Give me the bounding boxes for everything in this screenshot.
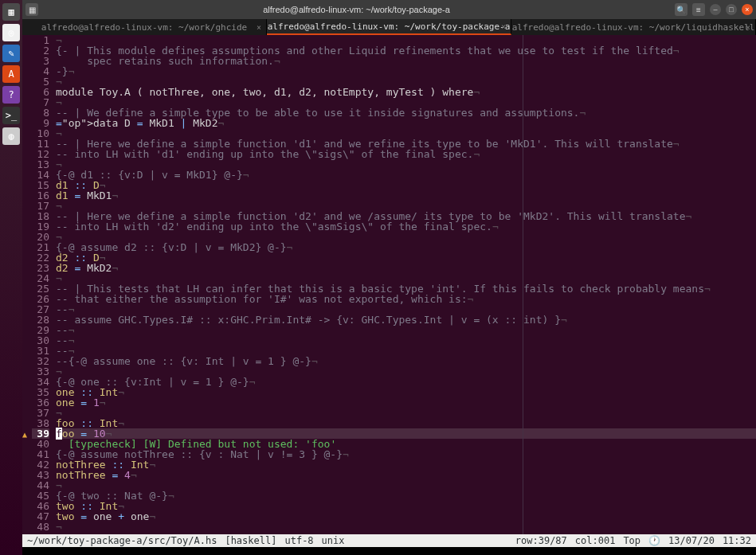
search-icon[interactable]: 🔍: [675, 3, 687, 16]
status-col: col:001: [575, 535, 616, 546]
window-titlebar: ▦ alfredo@alfredo-linux-vm: ~/work/toy-p…: [22, 0, 756, 19]
tab-close-icon[interactable]: ×: [746, 23, 750, 32]
tab-label: alfredo@alfredo-linux-vm: ~/work/toy-pac…: [268, 21, 511, 32]
terminal-app: ▦ alfredo@alfredo-linux-vm: ~/work/toy-p…: [22, 0, 756, 555]
tab-ghcide[interactable]: alfredo@alfredo-linux-vm: ~/work/ghcide …: [22, 19, 267, 35]
status-filetype: [haskell]: [225, 535, 276, 546]
sign-warning: ▲: [22, 428, 32, 439]
code-line[interactable]: d1 = MkD1¬: [56, 190, 756, 201]
footer-strip: [22, 547, 756, 555]
tab-close-icon[interactable]: ×: [257, 23, 261, 32]
code-line[interactable]: d1 :: D¬: [56, 180, 756, 190]
desktop-launcher: ▦ ◎ ✎ A ? >_ ◍: [0, 0, 22, 555]
code-line[interactable]: spec retains such information.¬: [56, 56, 756, 66]
app-menu-icon[interactable]: ▦: [25, 3, 38, 16]
files-icon[interactable]: ▦: [2, 3, 20, 21]
code-line[interactable]: module Toy.A ( notThree, one, two, d1, d…: [56, 87, 756, 97]
editor[interactable]: ▲ 12345678910111213141516171819202122232…: [22, 35, 756, 534]
status-scroll: Top: [623, 535, 640, 546]
code-line[interactable]: {-@ d1 :: {v:D | v = MkD1} @-}¬: [56, 170, 756, 180]
code-line[interactable]: -- assume GHC.Types.I# :: x:GHC.Prim.Int…: [56, 315, 756, 325]
code-line[interactable]: notThree = 4¬: [56, 470, 756, 480]
help-icon[interactable]: ?: [2, 86, 20, 104]
code-line[interactable]: {-@ two :: Nat @-}¬: [56, 491, 756, 501]
code-line[interactable]: two = one + one¬: [56, 511, 756, 522]
clock-icon: 🕐: [648, 535, 660, 546]
code-line[interactable]: -- into LH with 'd2' ending up into the …: [56, 221, 756, 232]
music-icon[interactable]: ◎: [2, 24, 20, 41]
maximize-button[interactable]: □: [726, 4, 737, 15]
code-line[interactable]: two :: Int¬: [56, 501, 756, 511]
code-line[interactable]: -- that either the assumption for 'I#' w…: [56, 294, 756, 304]
code-line[interactable]: ="op">data D = MkD1 | MkD2¬: [56, 118, 756, 128]
code-line[interactable]: foo :: Int¬: [56, 418, 756, 428]
statusline: ~/work/toy-package-a/src/Toy/A.hs [haske…: [22, 534, 756, 547]
tab-toy-package-a[interactable]: alfredo@alfredo-linux-vm: ~/work/toy-pac…: [267, 19, 511, 35]
window-title: alfredo@alfredo-linux-vm: ~/work/toy-pac…: [38, 5, 675, 14]
code-line[interactable]: --¬: [56, 325, 756, 335]
code-line[interactable]: {-@ assume d2 :: {v:D | v = MkD2} @-}¬: [56, 242, 756, 252]
status-fileformat: unix: [322, 535, 345, 546]
code-line[interactable]: one :: Int¬: [56, 387, 756, 397]
tab-label: alfredo@alfredo-linux-vm: ~/work/liquidh…: [512, 22, 755, 33]
terminal-icon[interactable]: >_: [2, 107, 20, 124]
disc-icon[interactable]: ◍: [2, 127, 20, 145]
menu-icon[interactable]: ≡: [692, 3, 705, 16]
code-line[interactable]: {-@ one :: {v:Int | v = 1 } @-}¬: [56, 377, 756, 387]
code-line[interactable]: {-@ assume notThree :: {v : Nat | v != 3…: [56, 449, 756, 459]
code-line[interactable]: -- into LH with 'd1' ending up into the …: [56, 149, 756, 159]
tab-label: alfredo@alfredo-linux-vm: ~/work/ghcide: [41, 22, 247, 33]
column-ruler: [523, 35, 523, 534]
status-row: row:39/87: [515, 535, 567, 546]
store-icon[interactable]: A: [2, 65, 20, 83]
document-icon[interactable]: ✎: [2, 45, 20, 62]
code-line[interactable]: one = 1¬: [56, 397, 756, 408]
code-line[interactable]: --¬: [56, 335, 756, 346]
status-date: 13/07/20: [668, 535, 715, 546]
terminal-tabs: alfredo@alfredo-linux-vm: ~/work/ghcide …: [22, 19, 756, 35]
code-line[interactable]: ¬: [56, 408, 756, 418]
minimize-button[interactable]: –: [710, 4, 721, 15]
gutter-line-number: 48: [32, 522, 49, 532]
code-line[interactable]: d2 = MkD2¬: [56, 263, 756, 273]
status-encoding: utf-8: [284, 535, 313, 546]
code-line[interactable]: -}¬: [56, 66, 756, 76]
code-line[interactable]: d2 :: D¬: [56, 252, 756, 263]
code-line[interactable]: notThree :: Int¬: [56, 459, 756, 470]
close-button[interactable]: ×: [742, 4, 753, 15]
tab-liquidhaskell[interactable]: alfredo@alfredo-linux-vm: ~/work/liquidh…: [511, 19, 756, 35]
code-line[interactable]: ¬: [56, 522, 756, 532]
status-path: ~/work/toy-package-a/src/Toy/A.hs: [27, 535, 217, 546]
tab-close-icon[interactable]: ×: [501, 22, 506, 31]
status-time: 11:32: [723, 535, 751, 546]
code-line[interactable]: --{-@ assume one :: {v: Int | v = 1 } @-…: [56, 356, 756, 366]
